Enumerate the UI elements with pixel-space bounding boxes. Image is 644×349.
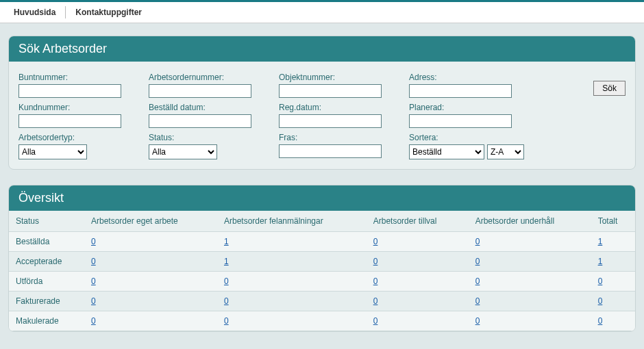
count-link[interactable]: 0 (373, 257, 378, 266)
table-row: Fakturerade00000 (9, 292, 635, 311)
label-buntnummer: Buntnummer: (18, 73, 128, 82)
select-status[interactable]: Alla (149, 144, 217, 159)
cell-eget: 0 (84, 311, 217, 331)
input-kundnummer[interactable] (18, 114, 121, 128)
cell-totalt: 0 (591, 311, 635, 331)
overview-panel: Översikt Status Arbetsorder eget arbete … (8, 185, 636, 332)
cell-eget: 0 (84, 292, 217, 311)
count-link[interactable]: 0 (91, 237, 96, 246)
cell-underhall: 0 (469, 272, 591, 292)
label-adress: Adress: (409, 73, 524, 82)
nav-contact[interactable]: Kontaktuppgifter (75, 6, 142, 18)
count-link[interactable]: 0 (91, 257, 96, 266)
overview-title: Översikt (9, 185, 635, 211)
count-link[interactable]: 0 (224, 276, 229, 286)
count-link[interactable]: 1 (598, 237, 603, 246)
label-fras: Fras: (279, 133, 388, 142)
count-link[interactable]: 0 (475, 296, 480, 306)
cell-status: Utförda (9, 272, 84, 292)
col-tillval: Arbetsorder tillval (367, 211, 469, 232)
cell-fel: 1 (217, 252, 367, 272)
label-reg-datum: Reg.datum: (279, 103, 388, 112)
count-link[interactable]: 0 (598, 276, 603, 286)
select-arbetsordertyp[interactable]: Alla (18, 144, 87, 159)
label-planerad: Planerad: (409, 103, 524, 112)
top-nav: Huvudsida Kontaktuppgifter (0, 0, 644, 23)
label-objektnummer: Objektnummer: (279, 73, 388, 82)
cell-status: Beställda (9, 232, 84, 252)
cell-totalt: 0 (591, 292, 635, 311)
count-link[interactable]: 0 (224, 316, 229, 326)
col-fel: Arbetsorder felanmälningar (217, 211, 367, 232)
count-link[interactable]: 0 (598, 296, 603, 306)
col-totalt: Totalt (591, 211, 635, 232)
input-bestalld-datum[interactable] (149, 114, 251, 128)
select-sort-direction[interactable]: Z-A (487, 144, 524, 159)
count-link[interactable]: 0 (91, 296, 96, 306)
cell-fel: 0 (217, 292, 367, 311)
cell-status: Accepterade (9, 252, 84, 272)
count-link[interactable]: 0 (373, 296, 378, 306)
label-kundnummer: Kundnummer: (18, 103, 128, 112)
search-button[interactable]: Sök (593, 81, 626, 96)
label-arbetsordertyp: Arbetsordertyp: (18, 133, 128, 142)
input-fras[interactable] (279, 144, 382, 158)
cell-fel: 0 (217, 311, 367, 331)
label-status: Status: (149, 133, 258, 142)
cell-eget: 0 (84, 272, 217, 292)
search-title: Sök Arbetsorder (9, 36, 635, 62)
count-link[interactable]: 0 (373, 237, 378, 246)
cell-eget: 0 (84, 232, 217, 252)
count-link[interactable]: 1 (224, 257, 229, 266)
cell-tillval: 0 (367, 272, 469, 292)
cell-totalt: 0 (591, 272, 635, 292)
count-link[interactable]: 0 (91, 316, 96, 326)
cell-fel: 1 (217, 232, 367, 252)
cell-status: Fakturerade (9, 292, 84, 311)
count-link[interactable]: 0 (224, 296, 229, 306)
count-link[interactable]: 0 (475, 257, 480, 266)
cell-eget: 0 (84, 252, 217, 272)
count-link[interactable]: 0 (475, 276, 480, 286)
count-link[interactable]: 0 (475, 316, 480, 326)
count-link[interactable]: 0 (373, 276, 378, 286)
nav-home[interactable]: Huvudsida (14, 6, 55, 18)
input-objektnummer[interactable] (279, 84, 382, 98)
col-underhall: Arbetsorder underhåll (469, 211, 591, 232)
search-form: Buntnummer: Kundnummer: Arbetsordertyp: … (9, 62, 635, 169)
count-link[interactable]: 0 (373, 316, 378, 326)
nav-separator (65, 6, 66, 18)
page-body: Sök Arbetsorder Buntnummer: Kundnummer: … (0, 23, 644, 349)
cell-underhall: 0 (469, 292, 591, 311)
cell-tillval: 0 (367, 292, 469, 311)
input-planerad[interactable] (409, 114, 512, 128)
input-adress[interactable] (409, 84, 512, 98)
col-status: Status (9, 211, 84, 232)
cell-underhall: 0 (469, 311, 591, 331)
input-buntnummer[interactable] (18, 84, 121, 98)
count-link[interactable]: 0 (598, 316, 603, 326)
cell-tillval: 0 (367, 232, 469, 252)
label-sortera: Sortera: (409, 133, 524, 142)
cell-fel: 0 (217, 272, 367, 292)
select-sortera[interactable]: Beställd (409, 144, 484, 159)
label-bestalld-datum: Beställd datum: (149, 103, 258, 112)
count-link[interactable]: 1 (224, 237, 229, 246)
table-row: Beställda01001 (9, 232, 635, 252)
label-arbetsordernummer: Arbetsordernummer: (149, 73, 258, 82)
count-link[interactable]: 1 (598, 257, 603, 266)
table-row: Makulerade00000 (9, 311, 635, 331)
search-panel: Sök Arbetsorder Buntnummer: Kundnummer: … (8, 36, 636, 170)
table-row: Utförda00000 (9, 272, 635, 292)
input-arbetsordernummer[interactable] (149, 84, 251, 98)
cell-status: Makulerade (9, 311, 84, 331)
col-eget: Arbetsorder eget arbete (84, 211, 217, 232)
count-link[interactable]: 0 (475, 237, 480, 246)
cell-underhall: 0 (469, 232, 591, 252)
input-reg-datum[interactable] (279, 114, 382, 128)
cell-totalt: 1 (591, 252, 635, 272)
count-link[interactable]: 0 (91, 276, 96, 286)
overview-table: Status Arbetsorder eget arbete Arbetsord… (9, 211, 635, 331)
cell-tillval: 0 (367, 252, 469, 272)
table-row: Accepterade01001 (9, 252, 635, 272)
